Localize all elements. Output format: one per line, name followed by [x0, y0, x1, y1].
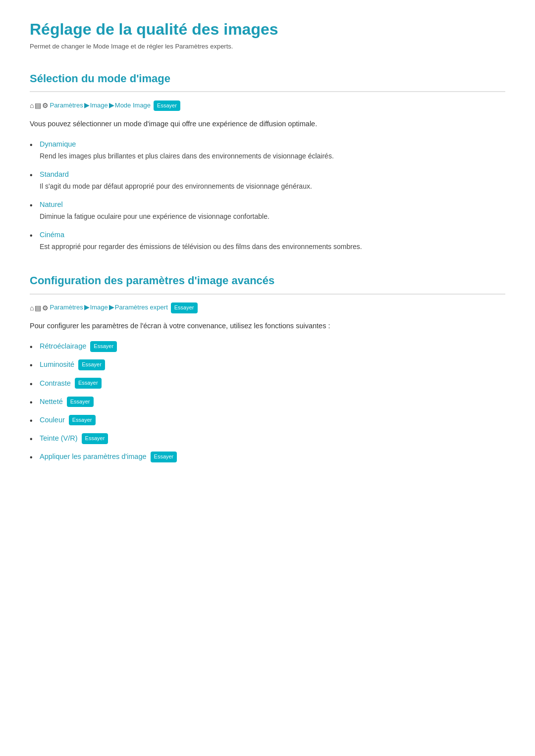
list-item: Netteté Essayer [30, 396, 505, 407]
essayer-badge-nettete[interactable]: Essayer [67, 397, 94, 407]
item-couleur[interactable]: Couleur Essayer [40, 414, 505, 426]
mode-image-list: Dynamique Rend les images plus brillante… [30, 139, 505, 252]
breadcrumb-arrow-2a: ▶ [84, 302, 89, 313]
list-item: Luminosité Essayer [30, 359, 505, 370]
item-cinema-label[interactable]: Cinéma [40, 229, 505, 241]
essayer-badge-luminosite[interactable]: Essayer [78, 359, 105, 370]
item-teinte[interactable]: Teinte (V/R) Essayer [40, 433, 505, 444]
list-item: Naturel Diminue la fatigue oculaire pour… [30, 199, 505, 222]
section1-description: Vous pouvez sélectionner un mode d'image… [30, 118, 505, 130]
breadcrumb-image-2[interactable]: Image [90, 302, 108, 313]
list-item: Dynamique Rend les images plus brillante… [30, 139, 505, 162]
menu-icon-2: ▤ [35, 302, 41, 313]
menu-icon: ▤ [35, 100, 41, 111]
list-item: Appliquer les paramètres d'image Essayer [30, 451, 505, 462]
page-subtitle: Permet de changer le Mode Image et de ré… [30, 42, 505, 52]
essayer-badge-couleur[interactable]: Essayer [69, 415, 96, 426]
breadcrumb-1: ⌂ ▤ ⚙ Paramètres ▶ Image ▶ Mode Image Es… [30, 100, 505, 111]
page-title: Réglage de la qualité des images [30, 20, 505, 39]
item-contraste[interactable]: Contraste Essayer [40, 378, 505, 389]
item-naturel-desc: Diminue la fatigue oculaire pour une exp… [40, 211, 505, 222]
breadcrumb-2: ⌂ ▤ ⚙ Paramètres ▶ Image ▶ Paramètres ex… [30, 302, 505, 313]
section-mode-image: Sélection du mode d'image ⌂ ▤ ⚙ Paramètr… [30, 70, 505, 252]
section-parametres-avances: Configuration des paramètres d'image ava… [30, 272, 505, 462]
item-retroeclairage[interactable]: Rétroéclairage Essayer [40, 341, 505, 352]
breadcrumb-mode-image[interactable]: Mode Image [115, 101, 151, 111]
list-item: Contraste Essayer [30, 378, 505, 389]
item-appliquer-parametres[interactable]: Appliquer les paramètres d'image Essayer [40, 451, 505, 462]
list-item: Standard Il s'agit du mode par défaut ap… [30, 169, 505, 192]
item-dynamique-label[interactable]: Dynamique [40, 139, 505, 150]
breadcrumb-arrow-1b: ▶ [109, 101, 114, 111]
essayer-badge-1[interactable]: Essayer [154, 101, 180, 111]
list-item: Couleur Essayer [30, 414, 505, 426]
item-cinema-desc: Est approprié pour regarder des émission… [40, 242, 505, 252]
settings-icon: ⚙ [42, 100, 49, 111]
essayer-badge-teinte[interactable]: Essayer [82, 433, 108, 444]
item-standard-label[interactable]: Standard [40, 169, 505, 180]
section1-title: Sélection du mode d'image [30, 70, 505, 92]
item-nettete[interactable]: Netteté Essayer [40, 396, 505, 407]
item-standard-desc: Il s'agit du mode par défaut approprié p… [40, 181, 505, 192]
essayer-badge-contraste[interactable]: Essayer [75, 378, 102, 389]
item-naturel-label[interactable]: Naturel [40, 199, 505, 210]
breadcrumb-parametres-expert[interactable]: Paramètres expert [115, 302, 168, 313]
item-luminosite[interactable]: Luminosité Essayer [40, 359, 505, 370]
breadcrumb-image-1[interactable]: Image [90, 101, 108, 111]
list-item: Teinte (V/R) Essayer [30, 433, 505, 444]
essayer-badge-appliquer[interactable]: Essayer [151, 452, 177, 462]
breadcrumb-parametres-1[interactable]: Paramètres [50, 101, 83, 111]
list-item: Rétroéclairage Essayer [30, 341, 505, 352]
breadcrumb-parametres-2[interactable]: Paramètres [50, 302, 83, 313]
home-icon: ⌂ [30, 100, 34, 111]
section2-title: Configuration des paramètres d'image ava… [30, 272, 505, 294]
list-item: Cinéma Est approprié pour regarder des é… [30, 229, 505, 252]
section2-description: Pour configurer les paramètres de l'écra… [30, 320, 505, 332]
item-dynamique-desc: Rend les images plus brillantes et plus … [40, 151, 505, 162]
settings-icon-2: ⚙ [42, 302, 49, 313]
essayer-badge-retroeclairage[interactable]: Essayer [90, 341, 117, 352]
breadcrumb-arrow-1a: ▶ [84, 101, 89, 111]
essayer-badge-2[interactable]: Essayer [171, 302, 198, 313]
breadcrumb-arrow-2b: ▶ [109, 302, 114, 313]
home-icon-2: ⌂ [30, 302, 34, 313]
parametres-avances-list: Rétroéclairage Essayer Luminosité Essaye… [30, 341, 505, 462]
